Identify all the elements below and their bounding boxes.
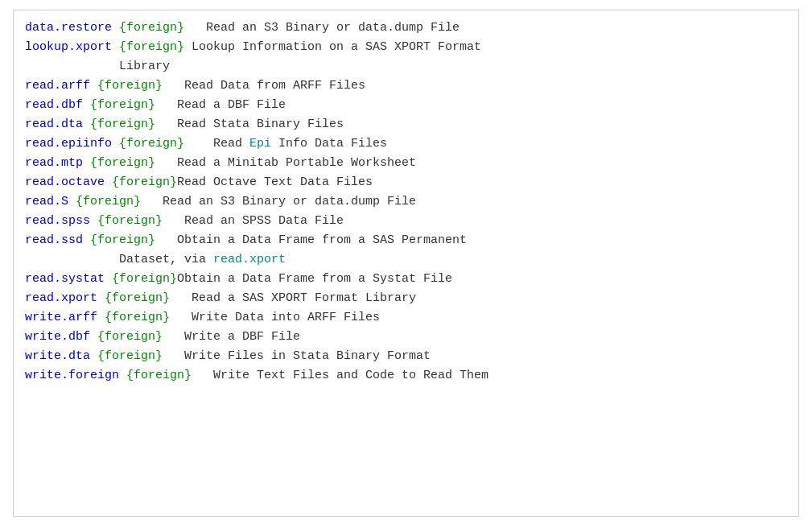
func-read-ssd[interactable]: read.ssd	[25, 233, 83, 247]
desc-read-mtp: Read a Minitab Portable Worksheet	[155, 156, 416, 170]
link-read-xport[interactable]: read.xport	[213, 253, 286, 266]
func-read-dta[interactable]: read.dta	[25, 118, 83, 131]
desc-data-restore: Read an S3 Binary or data.dump File	[184, 21, 460, 35]
desc-write-arff: Write Data into ARFF Files	[170, 311, 380, 324]
entry-lookup-xport-cont: Library	[25, 57, 787, 76]
func-read-spss[interactable]: read.spss	[25, 214, 90, 228]
func-write-arff[interactable]: write.arff	[25, 311, 97, 324]
tag-lookup-xport: {foreign}	[119, 40, 184, 54]
desc-read-epiinfo-before: Read	[184, 137, 249, 151]
func-write-dbf[interactable]: write.dbf	[25, 330, 90, 344]
desc-write-dbf: Write a DBF File	[163, 330, 300, 344]
desc-read-octave: Read Octave Text Data Files	[177, 175, 373, 189]
desc-write-dta: Write Files in Stata Binary Format	[163, 349, 431, 363]
desc-read-spss: Read an SPSS Data File	[163, 214, 344, 228]
entry-read-epiinfo: read.epiinfo {foreign} Read Epi Info Dat…	[25, 134, 787, 154]
desc-read-ssd-cont: Dataset, via	[25, 253, 213, 266]
entry-read-spss: read.spss {foreign} Read an SPSS Data Fi…	[25, 212, 787, 231]
tag-read-s: {foreign}	[76, 195, 141, 208]
tag-read-epiinfo: {foreign}	[119, 137, 184, 151]
entry-read-dta: read.dta {foreign} Read Stata Binary Fil…	[25, 115, 787, 134]
tag-data-restore: {foreign}	[119, 21, 184, 35]
entry-write-dta: write.dta {foreign} Write Files in Stata…	[25, 347, 787, 366]
tag-read-ssd: {foreign}	[90, 233, 155, 247]
func-lookup-xport[interactable]: lookup.xport	[25, 40, 112, 54]
func-read-mtp[interactable]: read.mtp	[25, 156, 83, 170]
desc-read-ssd-before: Obtain a Data Frame from a SAS Permanent	[155, 233, 467, 247]
entry-read-xport: read.xport {foreign} Read a SAS XPORT Fo…	[25, 289, 787, 308]
tag-read-dbf: {foreign}	[90, 98, 155, 112]
func-read-octave[interactable]: read.octave	[25, 175, 105, 189]
tag-read-dta: {foreign}	[90, 118, 155, 131]
desc-read-arff: Read Data from ARFF Files	[163, 79, 365, 93]
entry-write-foreign: write.foreign {foreign} Write Text Files…	[25, 366, 787, 386]
entry-lookup-xport: lookup.xport {foreign} Lookup Informatio…	[25, 38, 787, 57]
func-read-systat[interactable]: read.systat	[25, 272, 105, 286]
func-read-arff[interactable]: read.arff	[25, 79, 90, 93]
tag-read-mtp: {foreign}	[90, 156, 155, 170]
entry-read-dbf: read.dbf {foreign} Read a DBF File	[25, 96, 787, 115]
func-read-s[interactable]: read.S	[25, 195, 68, 208]
entry-read-ssd: read.ssd {foreign} Obtain a Data Frame f…	[25, 231, 787, 250]
main-content: data.restore {foreign} Read an S3 Binary…	[13, 10, 799, 517]
tag-read-spss: {foreign}	[97, 214, 163, 228]
tag-read-arff: {foreign}	[97, 79, 163, 93]
desc-read-epiinfo-after: Info Data Files	[271, 137, 387, 151]
entry-data-restore: data.restore {foreign} Read an S3 Binary…	[25, 19, 787, 38]
desc-read-dta: Read Stata Binary Files	[155, 118, 344, 131]
entry-read-s: read.S {foreign} Read an S3 Binary or da…	[25, 192, 787, 212]
desc-lookup-xport-cont: Library	[25, 60, 170, 73]
func-data-restore[interactable]: data.restore	[25, 21, 112, 35]
desc-read-systat: Obtain a Data Frame from a Systat File	[177, 272, 452, 286]
tag-write-dta: {foreign}	[97, 349, 163, 363]
entry-read-systat: read.systat {foreign}Obtain a Data Frame…	[25, 270, 787, 289]
tag-write-arff: {foreign}	[105, 311, 170, 324]
desc-read-s: Read an S3 Binary or data.dump File	[141, 195, 416, 208]
desc-read-xport: Read a SAS XPORT Format Library	[170, 291, 416, 305]
link-epi[interactable]: Epi	[249, 137, 271, 151]
entry-write-dbf: write.dbf {foreign} Write a DBF File	[25, 328, 787, 347]
entry-write-arff: write.arff {foreign} Write Data into ARF…	[25, 308, 787, 328]
tag-read-xport: {foreign}	[105, 291, 170, 305]
func-write-foreign[interactable]: write.foreign	[25, 369, 119, 382]
func-read-epiinfo[interactable]: read.epiinfo	[25, 137, 112, 151]
tag-write-dbf: {foreign}	[97, 330, 163, 344]
func-write-dta[interactable]: write.dta	[25, 349, 90, 363]
func-read-xport[interactable]: read.xport	[25, 291, 97, 305]
tag-read-octave: {foreign}	[112, 175, 177, 189]
desc-write-foreign: Write Text Files and Code to Read Them	[192, 369, 488, 382]
entry-read-octave: read.octave {foreign}Read Octave Text Da…	[25, 173, 787, 192]
entry-read-arff: read.arff {foreign} Read Data from ARFF …	[25, 76, 787, 96]
entry-read-ssd-cont: Dataset, via read.xport	[25, 250, 787, 270]
func-read-dbf[interactable]: read.dbf	[25, 98, 83, 112]
entry-read-mtp: read.mtp {foreign} Read a Minitab Portab…	[25, 154, 787, 173]
desc-lookup-xport: Lookup Information on a SAS XPORT Format	[184, 40, 481, 54]
desc-read-dbf: Read a DBF File	[155, 98, 286, 112]
tag-write-foreign: {foreign}	[126, 369, 192, 382]
tag-read-systat: {foreign}	[112, 272, 177, 286]
